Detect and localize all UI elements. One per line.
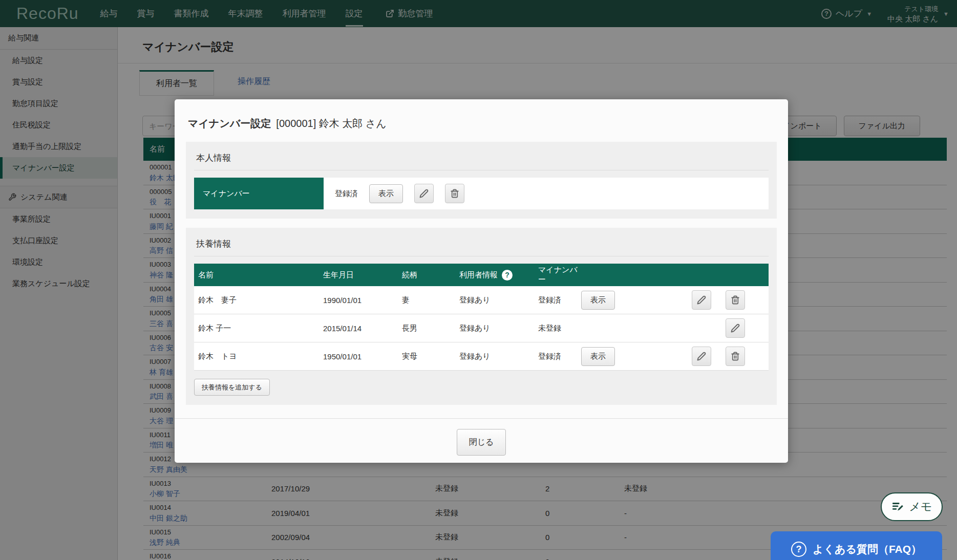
trash-icon bbox=[731, 295, 740, 305]
modal-title-main: マイナンバー設定 bbox=[188, 118, 271, 129]
dependent-row: 鈴木 子一 2015/01/14 長男 登録あり 未登録 bbox=[194, 314, 769, 342]
mynumber-settings-modal: マイナンバー設定[000001] 鈴木 太郎 さん 本人情報 マイナンバー 登録… bbox=[175, 99, 788, 463]
edit-button[interactable] bbox=[692, 290, 711, 310]
dependents-panel: 扶養情報 名前 生年月日 続柄 利用者情報 ? マイナンバー 鈴木 妻子 199… bbox=[186, 228, 777, 405]
trash-icon bbox=[731, 352, 740, 361]
show-mynumber-button[interactable]: 表示 bbox=[581, 347, 615, 366]
mynumber-label: マイナンバー bbox=[194, 178, 324, 209]
show-mynumber-button[interactable]: 表示 bbox=[369, 184, 403, 203]
dependent-relation: 長男 bbox=[402, 324, 459, 333]
delete-button[interactable] bbox=[726, 347, 745, 366]
column-header-userinfo: 利用者情報 bbox=[459, 270, 498, 280]
modal-title: マイナンバー設定[000001] 鈴木 太郎 さん bbox=[175, 99, 788, 142]
pencil-icon bbox=[697, 295, 706, 305]
pencil-icon bbox=[419, 189, 429, 198]
memo-label: メモ bbox=[909, 499, 932, 514]
delete-button[interactable] bbox=[445, 184, 464, 203]
add-dependent-button[interactable]: 扶養情報を追加する bbox=[194, 379, 270, 396]
mynumber-row: マイナンバー 登録済 表示 bbox=[194, 178, 769, 209]
show-mynumber-button[interactable]: 表示 bbox=[581, 291, 615, 310]
dependent-relation: 実母 bbox=[402, 352, 459, 361]
pencil-icon bbox=[697, 352, 706, 361]
dependent-row: 鈴木 トヨ 1950/01/01 実母 登録あり 登録済 表示 bbox=[194, 342, 769, 371]
personal-info-heading: 本人情報 bbox=[194, 150, 769, 170]
help-icon[interactable]: ? bbox=[502, 270, 513, 281]
edit-button[interactable] bbox=[726, 318, 745, 338]
memo-button[interactable]: メモ bbox=[881, 492, 943, 521]
column-header-birthdate: 生年月日 bbox=[323, 270, 402, 280]
dependent-name: 鈴木 トヨ bbox=[194, 352, 323, 361]
modal-title-subject: [000001] 鈴木 太郎 さん bbox=[276, 118, 386, 129]
dependent-userinfo-status: 登録あり bbox=[459, 324, 538, 333]
dependent-birthdate: 1990/01/01 bbox=[323, 296, 402, 305]
delete-button[interactable] bbox=[726, 290, 745, 310]
dependent-row: 鈴木 妻子 1990/01/01 妻 登録あり 登録済 表示 bbox=[194, 286, 769, 314]
dependent-birthdate: 1950/01/01 bbox=[323, 352, 402, 361]
dependents-table-header: 名前 生年月日 続柄 利用者情報 ? マイナンバー bbox=[194, 264, 769, 286]
dependent-mynumber-status: 未登録 bbox=[538, 324, 581, 333]
edit-button[interactable] bbox=[692, 347, 711, 366]
faq-label: よくある質問（FAQ） bbox=[813, 542, 922, 556]
mynumber-status: 登録済 bbox=[335, 189, 358, 199]
close-button[interactable]: 閉じる bbox=[457, 429, 506, 456]
dependent-userinfo-status: 登録あり bbox=[459, 295, 538, 305]
divider bbox=[194, 256, 769, 256]
dependent-name: 鈴木 妻子 bbox=[194, 295, 323, 305]
column-header-name: 名前 bbox=[194, 270, 323, 280]
column-header-mynumber: マイナンバー bbox=[538, 265, 581, 285]
edit-button[interactable] bbox=[414, 184, 434, 203]
dependent-birthdate: 2015/01/14 bbox=[323, 324, 402, 333]
memo-icon bbox=[891, 500, 904, 513]
dependents-heading: 扶養情報 bbox=[194, 236, 769, 256]
dependent-mynumber-status: 登録済 bbox=[538, 352, 581, 361]
divider bbox=[194, 170, 769, 170]
dependent-mynumber-status: 登録済 bbox=[538, 295, 581, 305]
question-icon: ? bbox=[791, 542, 806, 557]
personal-info-panel: 本人情報 マイナンバー 登録済 表示 bbox=[186, 142, 777, 219]
pencil-icon bbox=[731, 324, 740, 333]
dependent-userinfo-status: 登録あり bbox=[459, 352, 538, 361]
trash-icon bbox=[450, 189, 459, 198]
faq-button[interactable]: ? よくある質問（FAQ） bbox=[771, 531, 942, 560]
column-header-relation: 続柄 bbox=[402, 270, 459, 280]
dependent-relation: 妻 bbox=[402, 295, 459, 305]
dependent-name: 鈴木 子一 bbox=[194, 324, 323, 333]
divider bbox=[175, 418, 788, 419]
